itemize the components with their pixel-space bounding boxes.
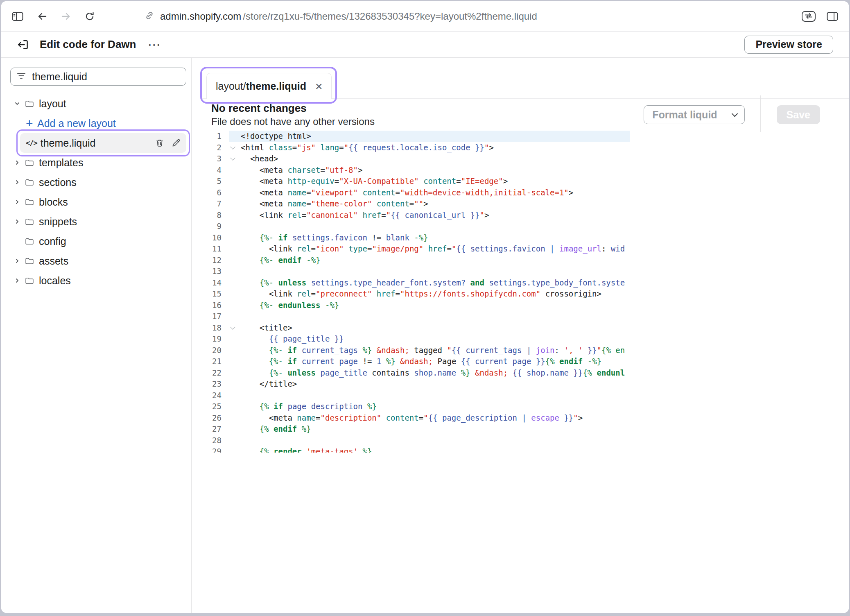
preview-store-button[interactable]: Preview store	[744, 36, 833, 54]
code-line[interactable]: 4 <meta charset="utf-8">	[200, 165, 630, 176]
code-line[interactable]: 9	[200, 221, 630, 232]
code-line-content[interactable]: <!doctype html>	[229, 131, 630, 142]
folder-icon	[25, 100, 34, 108]
code-line[interactable]: 5 <meta http-equiv="X-UA-Compatible" con…	[200, 176, 630, 187]
code-line-content[interactable]: {%- if current_tags %} &ndash; tagged "{…	[229, 345, 630, 356]
code-line[interactable]: 28	[200, 435, 630, 446]
code-line-content[interactable]: <head>	[229, 153, 630, 165]
code-line-content[interactable]: {%- endunless -%}	[229, 300, 630, 311]
code-line-content[interactable]: <meta charset="utf-8">	[229, 165, 630, 176]
line-number: 22	[200, 367, 229, 379]
code-line-content[interactable]: {%- unless page_title contains shop.name…	[229, 367, 630, 379]
tab-theme-liquid[interactable]: layout/theme.liquid ×	[206, 73, 332, 99]
code-line-content[interactable]	[229, 435, 630, 446]
code-line-content[interactable]: <meta name="theme-color" content="">	[229, 198, 630, 210]
fold-chevron-icon[interactable]	[230, 324, 235, 330]
file-search[interactable]	[10, 68, 186, 86]
code-line-content[interactable]: {%- if settings.favicon != blank -%}	[229, 232, 630, 244]
sidebar-item-label: snippets	[39, 216, 77, 228]
sidebar-item-assets[interactable]: assets	[10, 251, 186, 271]
split-view-icon[interactable]	[827, 11, 838, 21]
code-line-content[interactable]: <meta name="viewport" content="width=dev…	[229, 187, 630, 199]
forward-icon[interactable]	[61, 12, 71, 21]
back-icon[interactable]	[37, 12, 47, 21]
more-options-button[interactable]: ⋯	[145, 38, 164, 51]
code-line-content[interactable]: {%- if current_page != 1 %} &ndash; Page…	[229, 356, 630, 367]
code-line-content[interactable]	[229, 311, 630, 322]
code-line-content[interactable]: <link rel="canonical" href="{{ canonical…	[229, 210, 630, 221]
code-line-content[interactable]: {%- unless settings.type_header_font.sys…	[229, 277, 630, 289]
exit-icon[interactable]	[17, 38, 29, 51]
code-line[interactable]: 12 {%- endif -%}	[200, 255, 630, 266]
format-liquid-button[interactable]: Format liquid	[644, 105, 745, 124]
code-line-content[interactable]: <meta name="description" content="{{ pag…	[229, 412, 630, 424]
code-line[interactable]: 11 <link rel="icon" type="image/png" hre…	[200, 243, 630, 255]
sidebar-item-layout[interactable]: layout	[10, 94, 186, 113]
code-line-content[interactable]	[229, 266, 630, 277]
save-button[interactable]: Save	[777, 105, 820, 124]
code-line[interactable]: 17	[200, 311, 630, 322]
sidebar-item-snippets[interactable]: snippets	[10, 212, 186, 231]
code-line-content[interactable]: {% endif %}	[229, 424, 630, 435]
code-line[interactable]: 13	[200, 266, 630, 277]
chevron-right-icon	[14, 258, 20, 264]
chevron-right-icon	[14, 199, 20, 205]
code-line[interactable]: 29 {% render 'meta-tags' %}	[200, 446, 630, 453]
code-line[interactable]: 25 {% if page_description %}	[200, 401, 630, 412]
add-new-layout-button[interactable]: + Add a new layout	[10, 113, 186, 133]
code-line-content[interactable]: <meta http-equiv="X-UA-Compatible" conte…	[229, 176, 630, 187]
fold-chevron-icon[interactable]	[230, 155, 235, 161]
code-line[interactable]: 10 {%- if settings.favicon != blank -%}	[200, 232, 630, 244]
code-line-content[interactable]: {%- endif -%}	[229, 255, 630, 266]
fold-chevron-icon[interactable]	[230, 144, 235, 149]
code-line-content[interactable]: {% if page_description %}	[229, 401, 630, 412]
code-line[interactable]: 6 <meta name="viewport" content="width=d…	[200, 187, 630, 199]
sidebar-item-locales[interactable]: locales	[10, 271, 186, 290]
sidebar-item-config[interactable]: config	[10, 231, 186, 251]
sidebar-item-blocks[interactable]: blocks	[10, 192, 186, 212]
code-line-content[interactable]: <html class="js" lang="{{ request.locale…	[229, 142, 630, 154]
code-line[interactable]: 18 <title>	[200, 322, 630, 334]
line-number: 28	[200, 435, 229, 446]
code-file-icon: </>	[26, 139, 37, 147]
code-line[interactable]: 19 {{ page_title }}	[200, 333, 630, 345]
code-line[interactable]: 27 {% endif %}	[200, 424, 630, 435]
code-line-content[interactable]: {% render 'meta-tags' %}	[229, 446, 630, 453]
code-line[interactable]: 23 </title>	[200, 378, 630, 390]
code-line-content[interactable]: <link rel="preconnect" href="https://fon…	[229, 288, 630, 300]
sidebar-item-label: layout	[39, 98, 66, 110]
code-line[interactable]: 14 {%- unless settings.type_header_font.…	[200, 277, 630, 289]
extensions-icon[interactable]	[801, 11, 816, 22]
code-line[interactable]: 16 {%- endunless -%}	[200, 300, 630, 311]
delete-file-icon[interactable]	[155, 138, 164, 147]
address-bar[interactable]: admin.shopify.com/store/rzq1xu-f5/themes…	[145, 1, 537, 31]
code-line-content[interactable]	[229, 390, 630, 401]
code-line[interactable]: 22 {%- unless page_title contains shop.n…	[200, 367, 630, 379]
sidebar-item-templates[interactable]: templates	[10, 153, 186, 172]
reload-icon[interactable]	[85, 11, 95, 21]
code-line[interactable]: 21 {%- if current_page != 1 %} &ndash; P…	[200, 356, 630, 367]
code-line-content[interactable]: <link rel="icon" type="image/png" href="…	[229, 243, 630, 255]
close-icon[interactable]: ×	[315, 80, 323, 93]
code-line[interactable]: 15 <link rel="preconnect" href="https://…	[200, 288, 630, 300]
code-line[interactable]: 8 <link rel="canonical" href="{{ canonic…	[200, 210, 630, 221]
code-line[interactable]: 7 <meta name="theme-color" content="">	[200, 198, 630, 210]
code-line-content[interactable]: </title>	[229, 378, 630, 390]
code-line[interactable]: 26 <meta name="description" content="{{ …	[200, 412, 630, 424]
code-line-content[interactable]: <title>	[229, 322, 630, 334]
rename-file-icon[interactable]	[172, 138, 181, 147]
code-line[interactable]: 1<!doctype html>	[200, 131, 630, 142]
search-input[interactable]	[31, 70, 180, 83]
code-editor[interactable]: 1<!doctype html>2<html class="js" lang="…	[200, 131, 630, 453]
code-line[interactable]: 24	[200, 390, 630, 401]
code-line[interactable]: 2<html class="js" lang="{{ request.local…	[200, 142, 630, 154]
page-title: Edit code for Dawn	[40, 38, 136, 51]
code-line[interactable]: 3 <head>	[200, 153, 630, 165]
code-line-content[interactable]: {{ page_title }}	[229, 333, 630, 345]
code-line[interactable]: 20 {%- if current_tags %} &ndash; tagged…	[200, 345, 630, 356]
sidebar-toggle-icon[interactable]	[12, 11, 23, 21]
chevron-down-icon[interactable]	[732, 110, 738, 117]
code-line-content[interactable]	[229, 221, 630, 232]
sidebar-item-theme-liquid[interactable]: </> theme.liquid	[20, 133, 186, 153]
sidebar-item-sections[interactable]: sections	[10, 172, 186, 192]
